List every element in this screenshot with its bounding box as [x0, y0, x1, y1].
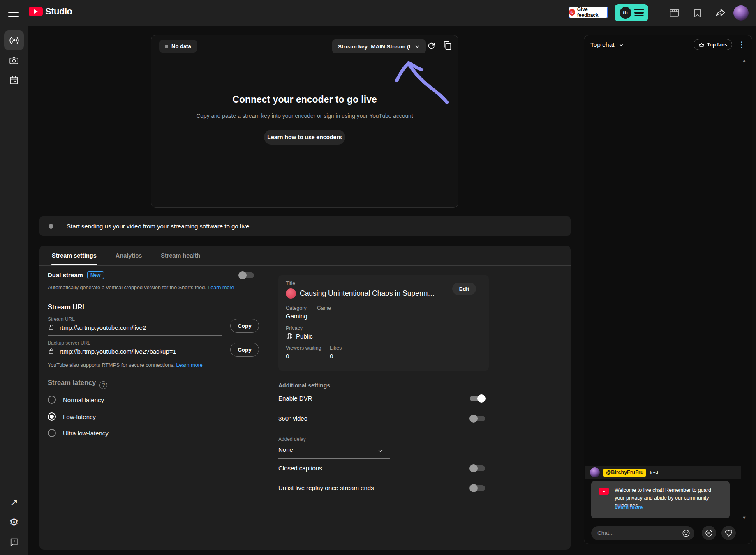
hamburger-menu-icon[interactable] [8, 9, 19, 17]
tubebuddy-menu-icon [634, 9, 644, 16]
sidebar-item-webcam[interactable] [4, 51, 24, 70]
edit-button[interactable]: Edit [452, 283, 476, 295]
scroll-up-arrow[interactable]: ▲ [742, 58, 747, 63]
title-label: Title [286, 281, 295, 286]
crown-icon [698, 42, 705, 48]
camera-icon [9, 55, 19, 66]
banner-text: Start sending us your video from your st… [67, 223, 249, 230]
avatar[interactable] [733, 5, 749, 21]
privacy-value-row: Public [286, 332, 313, 340]
tab-analytics[interactable]: Analytics [115, 246, 143, 265]
radio-icon[interactable] [48, 412, 56, 421]
rtmps-learn-more-link[interactable]: Learn more [176, 362, 202, 368]
stream-url-field-label: Stream URL [48, 316, 75, 322]
additional-settings-heading: Additional settings [278, 382, 330, 389]
stream-thumbnail [286, 288, 296, 299]
share-icon[interactable] [714, 7, 726, 18]
copy-icon [443, 41, 452, 50]
add-button[interactable] [702, 526, 716, 540]
dual-stream-learn-more-link[interactable]: Learn more [208, 285, 234, 290]
encoder-heading: Connect your encoder to go live [151, 94, 458, 105]
stream-key-label: Stream key: MAIN Stream (I [338, 44, 410, 50]
closed-captions-row: Closed captions [278, 465, 489, 472]
sidebar-item-schedule[interactable] [4, 70, 24, 90]
live-chat-panel: Top chat Top fans ⋮ ▲ @BirchyFruFru test… [584, 35, 752, 544]
help-icon[interactable]: ? [99, 381, 107, 389]
give-feedback-label: Give feedback [577, 7, 608, 18]
closed-captions-toggle[interactable] [470, 465, 485, 471]
refresh-button[interactable] [427, 41, 437, 52]
chevron-down-icon [377, 447, 384, 454]
copy-stream-url-button[interactable]: Copy [230, 319, 259, 333]
privacy-value: Public [296, 333, 313, 340]
youtube-studio-logo[interactable]: Studio [29, 6, 72, 17]
left-sidebar: ↗ ⚙ [0, 26, 28, 555]
unlist-replay-row: Unlist live replay once stream ends [278, 484, 489, 491]
broadcast-icon [9, 35, 20, 46]
youtube-play-icon [29, 7, 43, 16]
sidebar-item-live[interactable] [4, 30, 24, 50]
feedback-icon [9, 537, 19, 547]
added-delay-select[interactable]: None [278, 446, 390, 459]
360-video-toggle[interactable] [470, 416, 485, 421]
no-data-label: No data [171, 43, 191, 49]
tubebuddy-extension-button[interactable]: tb [615, 4, 648, 21]
tab-stream-health[interactable]: Stream health [160, 246, 201, 265]
learn-encoders-button[interactable]: Learn how to use encoders [264, 130, 345, 145]
copy-stream-key-button[interactable] [443, 41, 454, 52]
top-chat-dropdown[interactable]: Top chat [590, 41, 624, 48]
heart-button[interactable] [721, 526, 736, 540]
radio-icon[interactable] [48, 429, 56, 437]
heart-icon [724, 529, 733, 537]
chevron-down-icon [414, 43, 421, 50]
viewers-waiting-label: Viewers waiting [286, 345, 321, 351]
no-data-badge: No data [159, 40, 197, 53]
radio-ultra-low-latency[interactable]: Ultra low-latency [48, 429, 109, 437]
dual-stream-row: Dual stream New [48, 271, 258, 279]
enable-dvr-toggle[interactable] [470, 396, 485, 401]
chat-menu-icon[interactable]: ⋮ [738, 41, 746, 48]
chat-username-badge[interactable]: @BirchyFruFru [603, 469, 646, 477]
welcome-learn-more-link[interactable]: Learn more [615, 504, 643, 510]
stream-key-dropdown[interactable]: Stream key: MAIN Stream (I [332, 39, 426, 53]
chat-welcome-box: Welcome to live chat! Remember to guard … [591, 481, 730, 518]
enable-dvr-row: Enable DVR [278, 395, 489, 402]
give-feedback-button[interactable]: tb Give feedback [569, 7, 608, 18]
tab-stream-settings[interactable]: Stream settings [51, 246, 97, 265]
backup-url-value: rtmp://b.rtmp.youtube.com/live2?backup=1 [60, 348, 176, 355]
broadcast-info-card: Title Causing Unintentional Chaos in Sup… [278, 275, 489, 371]
radio-low-latency[interactable]: Low-latency [48, 412, 96, 421]
game-value: – [317, 313, 320, 320]
external-link-icon: ↗ [10, 497, 18, 507]
game-label: Game [317, 305, 331, 311]
scroll-down-arrow[interactable]: ▼ [742, 515, 747, 520]
emoji-icon[interactable] [682, 529, 691, 538]
chat-input-container [591, 526, 694, 540]
copy-backup-url-button[interactable]: Copy [230, 343, 259, 357]
tubebuddy-icon: tb [569, 9, 575, 16]
unlist-replay-label: Unlist live replay once stream ends [278, 484, 374, 491]
sidebar-item-settings[interactable]: ⚙ [4, 512, 24, 532]
category-label: Category [286, 305, 307, 311]
dual-stream-toggle[interactable] [239, 272, 254, 278]
backup-url-field-label: Backup server URL [48, 340, 90, 346]
bookmark-icon[interactable] [692, 7, 703, 18]
likes-value: 0 [330, 352, 333, 359]
chat-header: Top chat Top fans ⋮ [584, 35, 752, 54]
sidebar-item-external-link[interactable]: ↗ [4, 493, 24, 512]
video-library-icon[interactable] [669, 7, 680, 18]
top-fans-button[interactable]: Top fans [694, 39, 732, 50]
chat-avatar[interactable] [590, 467, 600, 477]
sidebar-item-send-feedback[interactable] [4, 532, 24, 552]
radio-normal-latency[interactable]: Normal latency [48, 396, 104, 404]
stream-url-value: rtmp://a.rtmp.youtube.com/live2 [60, 324, 146, 331]
plus-icon [705, 529, 713, 537]
unlist-replay-toggle[interactable] [470, 485, 485, 491]
added-delay-value: None [278, 446, 293, 453]
stream-url-field: rtmp://a.rtmp.youtube.com/live2 [48, 324, 222, 336]
360-video-row: 360° video [278, 415, 489, 422]
top-bar: Studio tb Give feedback tb [0, 0, 756, 26]
radio-icon[interactable] [48, 396, 56, 404]
viewers-waiting-value: 0 [286, 352, 289, 359]
chat-input[interactable] [597, 530, 682, 536]
